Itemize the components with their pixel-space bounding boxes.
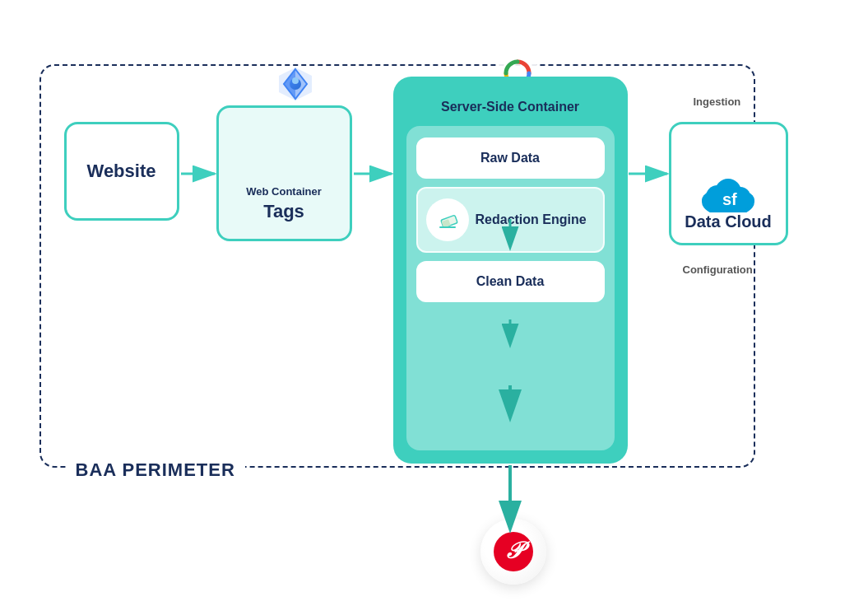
clean-data-box: Clean Data <box>416 261 605 302</box>
salesforce-label: Data Cloud <box>685 212 772 231</box>
server-inner: Raw Data Redaction Engine Clean Data <box>406 126 615 450</box>
salesforce-icon: sf <box>699 175 757 212</box>
diagram-wrapper: BAA PERIMETER Google Tag Manager Website <box>39 15 829 591</box>
pinterest-circle: 𝒫 <box>480 519 546 585</box>
tags-label: Tags <box>263 201 304 222</box>
pinterest-icon: 𝒫 <box>493 531 534 572</box>
website-box: Website <box>64 122 179 221</box>
eraser-icon <box>426 198 469 241</box>
raw-data-box: Raw Data <box>416 138 605 179</box>
gtm-icon <box>276 64 315 104</box>
baa-label: BAA PERIMETER <box>66 459 245 481</box>
ingestion-label: Ingestion <box>694 96 741 108</box>
web-container-title: Web Container <box>246 185 322 198</box>
redaction-engine-label: Redaction Engine <box>476 212 587 229</box>
server-container: Server-Side Container Raw Data Redaction… <box>393 77 628 464</box>
salesforce-box: sf Data Cloud <box>669 122 788 245</box>
server-container-title: Server-Side Container <box>441 100 579 114</box>
svg-point-2 <box>292 77 299 84</box>
website-label: Website <box>87 161 156 182</box>
svg-text:sf: sf <box>722 190 737 208</box>
configuration-label: Configuration <box>683 263 753 276</box>
web-container-box: Web Container Tags <box>216 105 352 241</box>
redaction-box: Redaction Engine <box>416 187 605 253</box>
